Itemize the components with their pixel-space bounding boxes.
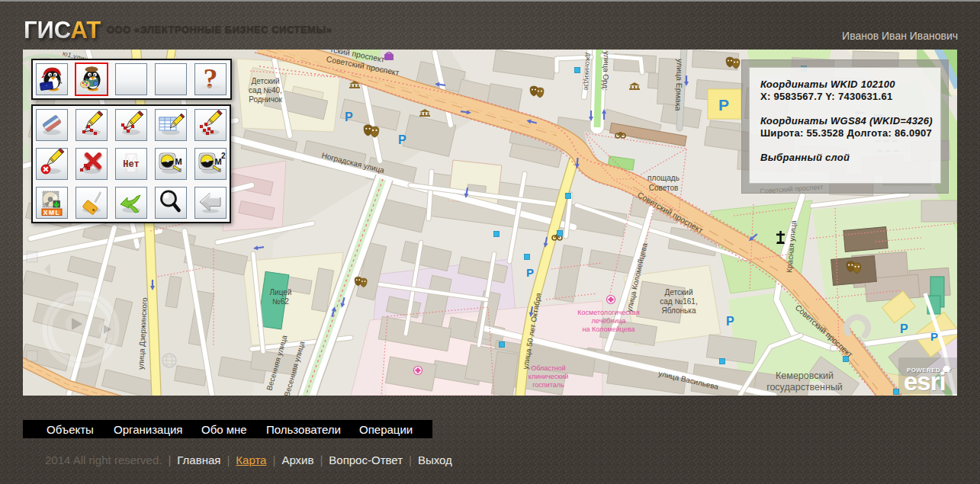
svg-text:улица Ермака: улица Ермака	[674, 59, 685, 111]
svg-text:P: P	[345, 111, 353, 123]
svg-text:№62: №62	[272, 297, 289, 306]
svg-text:Яблонька: Яблонька	[662, 306, 696, 315]
svg-text:P: P	[526, 266, 534, 279]
svg-text:клинический: клинический	[529, 373, 569, 380]
svg-text:esri: esri	[904, 367, 946, 396]
svg-text:P: P	[930, 330, 938, 343]
svg-text:государственный: государственный	[766, 382, 843, 393]
svg-text:?: ?	[204, 64, 218, 95]
svg-text:XML: XML	[43, 209, 60, 216]
svg-text:Нет: Нет	[123, 159, 140, 170]
svg-text:сад №40,: сад №40,	[249, 86, 282, 95]
svg-text:площадь: площадь	[647, 174, 680, 182]
svg-text:2: 2	[221, 152, 226, 160]
svg-text:Областной: Областной	[531, 364, 566, 372]
svg-text:Детский: Детский	[664, 288, 692, 296]
svg-text:P: P	[726, 315, 734, 328]
svg-text:Родничок: Родничок	[249, 95, 282, 104]
svg-text:лечебница: лечебница	[592, 317, 626, 325]
svg-text:P: P	[718, 96, 729, 114]
svg-text:госпиталь: госпиталь	[532, 381, 564, 389]
svg-text:сад №161,: сад №161,	[660, 297, 697, 306]
svg-text:Лицей: Лицей	[270, 288, 292, 296]
svg-text:M: M	[175, 157, 182, 166]
svg-text:Детский: Детский	[251, 77, 279, 85]
svg-text:на Коломейцева: на Коломейцева	[583, 325, 635, 333]
svg-text:Советов: Советов	[649, 184, 679, 192]
svg-text:P: P	[398, 133, 406, 146]
svg-text:P: P	[900, 322, 908, 335]
svg-text:Кемеровский: Кемеровский	[776, 370, 834, 381]
svg-text:Косметологическая: Косметологическая	[577, 309, 639, 316]
svg-text:улица Орд:: улица Орд:	[601, 51, 611, 91]
